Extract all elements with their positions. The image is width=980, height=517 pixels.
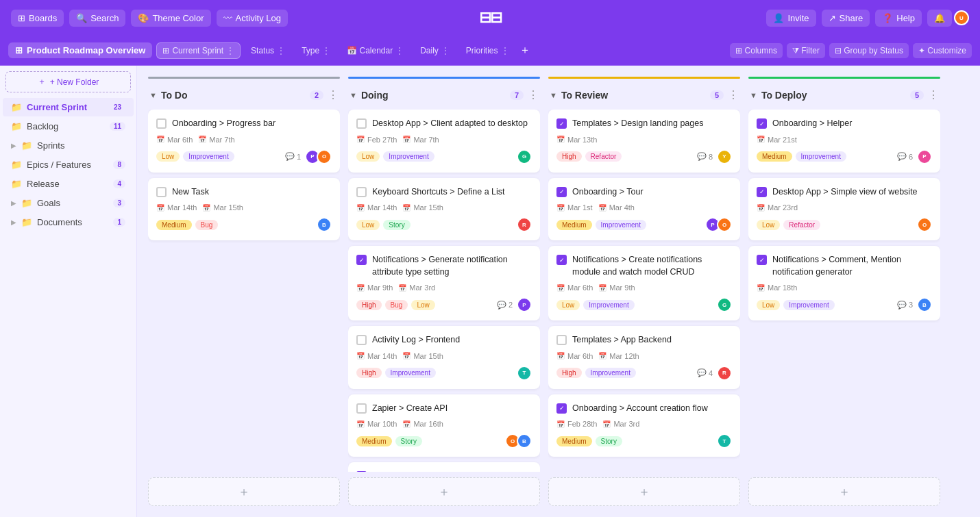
- card-tags: LowRefactor: [757, 220, 820, 230]
- collapse-icon[interactable]: ▼: [550, 91, 557, 99]
- card-tags: MediumImprovement: [757, 151, 846, 162]
- plus-icon: ＋: [838, 483, 850, 500]
- task-card[interactable]: ✓ Templates > Design landing pages 📅 Mar…: [548, 110, 740, 173]
- task-card[interactable]: Activity Log > Frontend 📅 Mar 14th 📅 Mar…: [348, 326, 540, 389]
- invite-button[interactable]: 👤 Invite: [766, 10, 816, 27]
- task-card[interactable]: Keyboard Shortcuts > Define a List 📅 Mar…: [348, 178, 540, 241]
- tab-icon: ⊞: [162, 46, 169, 55]
- task-checkbox[interactable]: [356, 403, 367, 414]
- boards-button[interactable]: ⊞ Boards: [11, 10, 64, 27]
- task-checkbox[interactable]: ✓: [556, 187, 567, 197]
- card-footer: HighImprovement T: [356, 366, 532, 381]
- tab-calendar[interactable]: 📅 Calendar ⋮: [341, 42, 410, 59]
- task-card[interactable]: ✓ Onboarding > Helper 📅 Mar 21st MediumI…: [748, 110, 940, 173]
- card-date: 📅 Feb 28th: [556, 420, 597, 428]
- task-checkbox[interactable]: ✓: [356, 471, 367, 472]
- search-button[interactable]: 🔍 Search: [69, 10, 125, 27]
- add-card-button[interactable]: ＋: [148, 477, 340, 506]
- add-tab-button[interactable]: ＋: [519, 43, 530, 58]
- task-checkbox[interactable]: ✓: [356, 255, 367, 265]
- tab-daily[interactable]: Daily ⋮: [414, 42, 456, 59]
- sidebar-item-backlog[interactable]: 📁 Backlog 11: [3, 117, 134, 136]
- task-card[interactable]: ✓ Onboarding > Tour 📅 Mar 1st 📅 Mar 4th …: [548, 178, 740, 241]
- task-card[interactable]: Zapier > Create API 📅 Mar 10th 📅 Mar 16t…: [348, 394, 540, 457]
- top-nav-center: ⊟⊟: [479, 9, 501, 27]
- task-card[interactable]: ✓ Notifications > Generate notification …: [348, 246, 540, 320]
- task-checkbox[interactable]: ✓: [757, 187, 767, 197]
- card-title-row: Activity Log > Frontend: [356, 334, 532, 346]
- task-checkbox[interactable]: [156, 187, 167, 197]
- card-date: 📅 Mar 6th: [556, 283, 593, 292]
- collapse-icon[interactable]: ▼: [350, 91, 357, 99]
- sidebar-item-goals[interactable]: ▶ 📁 Goals 3: [3, 194, 134, 212]
- sidebar-item-epics[interactable]: 📁 Epics / Features 8: [3, 155, 134, 174]
- task-checkbox[interactable]: [156, 118, 167, 129]
- column-menu-icon[interactable]: ⋮: [928, 88, 939, 101]
- columns-button[interactable]: ⊞ Columns: [730, 43, 783, 58]
- tab-current-sprint[interactable]: ⊞ Current Sprint ⋮: [156, 42, 241, 59]
- theme-color-button[interactable]: 🎨 Theme Color: [131, 10, 210, 27]
- card-title-row: ✓ Zapier > Test Recipe: [356, 470, 532, 472]
- user-avatar[interactable]: U: [954, 10, 969, 25]
- column-menu-icon[interactable]: ⋮: [728, 88, 739, 101]
- task-card[interactable]: ✓ Notifications > Comment, Mention notif…: [748, 246, 940, 320]
- sidebar-item-release[interactable]: 📁 Release 4: [3, 175, 134, 193]
- card-date: 📅 Mar 14th: [156, 203, 197, 212]
- new-folder-button[interactable]: ＋ + New Folder: [5, 71, 131, 92]
- card-tag: Medium: [757, 151, 792, 162]
- tab-status[interactable]: Status ⋮: [245, 42, 291, 59]
- card-title-row: Onboarding > Progress bar: [156, 118, 332, 130]
- task-card[interactable]: Desktop App > Client adapted to desktop …: [348, 110, 540, 173]
- column-menu-icon[interactable]: ⋮: [528, 88, 539, 101]
- collapse-icon[interactable]: ▼: [750, 91, 757, 99]
- notifications-button[interactable]: 🔔: [927, 10, 952, 27]
- tab-type[interactable]: Type ⋮: [295, 42, 336, 59]
- collapse-icon[interactable]: ▼: [149, 91, 157, 99]
- add-card-button[interactable]: ＋: [548, 477, 740, 506]
- sidebar-item-current-sprint[interactable]: 📁 Current Sprint 23: [3, 98, 134, 116]
- task-checkbox[interactable]: [556, 335, 567, 345]
- customize-button[interactable]: ✦ Customize: [913, 43, 972, 58]
- task-checkbox[interactable]: ✓: [757, 255, 767, 265]
- chevron-right-icon: ▶: [11, 199, 16, 207]
- share-button[interactable]: ↗ Share: [822, 10, 870, 27]
- card-tag: Improvement: [585, 368, 636, 378]
- sidebar-item-documents[interactable]: ▶ 📁 Documents 1: [3, 213, 134, 231]
- activity-log-button[interactable]: 〰 Activity Log: [217, 10, 288, 27]
- card-tag: Medium: [556, 436, 592, 446]
- task-card[interactable]: ✓ Notifications > Create notifications m…: [548, 246, 740, 320]
- sidebar-label: Goals: [37, 198, 60, 208]
- task-checkbox[interactable]: [356, 335, 367, 345]
- filter-button[interactable]: ⧩ Filter: [787, 43, 825, 58]
- task-checkbox[interactable]: ✓: [556, 255, 567, 265]
- add-card-button[interactable]: ＋: [348, 477, 540, 506]
- card-tag: Medium: [156, 220, 192, 230]
- task-checkbox[interactable]: [356, 187, 367, 197]
- task-checkbox[interactable]: ✓: [556, 403, 567, 414]
- tab-priorities[interactable]: Priorities ⋮: [460, 42, 515, 59]
- task-card[interactable]: ✓ Zapier > Test Recipe 📅 Mar 12th HighSt…: [348, 462, 540, 472]
- calendar-icon: 📅: [198, 136, 206, 143]
- task-checkbox[interactable]: ✓: [556, 118, 567, 129]
- card-tags: MediumBug: [156, 220, 218, 230]
- sidebar-item-sprints[interactable]: ▶ 📁 Sprints: [3, 136, 134, 155]
- card-tag: High: [356, 368, 382, 378]
- group-by-status-button[interactable]: ⊟ Group by Status: [829, 43, 909, 58]
- help-button[interactable]: ❓ Help: [875, 10, 922, 27]
- card-tag: High: [556, 368, 582, 378]
- task-checkbox[interactable]: [356, 118, 367, 129]
- column-menu-icon[interactable]: ⋮: [328, 88, 339, 101]
- card-title-row: New Task: [156, 186, 332, 199]
- project-title[interactable]: ⊞ Product Roadmap Overview: [8, 42, 152, 58]
- boards-icon: ⊞: [18, 13, 25, 23]
- task-card[interactable]: Onboarding > Progress bar 📅 Mar 6th 📅 Ma…: [148, 110, 340, 173]
- card-title-row: ✓ Onboarding > Account creation flow: [556, 403, 732, 415]
- task-card[interactable]: New Task 📅 Mar 14th 📅 Mar 15th MediumBug…: [148, 178, 340, 241]
- task-card[interactable]: ✓ Onboarding > Account creation flow 📅 F…: [548, 394, 740, 457]
- task-card[interactable]: Templates > App Backend 📅 Mar 6th 📅 Mar …: [548, 326, 740, 389]
- sidebar-badge: 8: [113, 160, 125, 169]
- task-checkbox[interactable]: ✓: [757, 118, 767, 129]
- task-card[interactable]: ✓ Desktop App > Simple view of website 📅…: [748, 178, 940, 241]
- add-card-button[interactable]: ＋: [748, 477, 940, 506]
- card-dates: 📅 Mar 21st: [757, 136, 932, 144]
